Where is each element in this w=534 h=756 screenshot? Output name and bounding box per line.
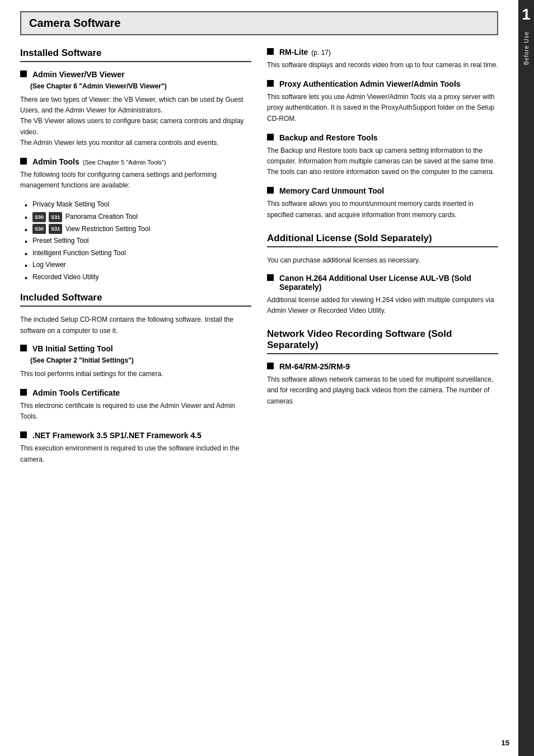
admin-tools-note: (See Chapter 5 "Admin Tools") [83, 159, 166, 166]
vb-initial-title: VB Initial Setting Tool [20, 344, 251, 353]
canon-h264-body: Additional license added for viewing H.2… [267, 295, 498, 316]
two-column-layout: Installed Software Admin Viewer/VB Viewe… [20, 48, 498, 474]
admin-viewer-subtitle: (See Chapter 6 "Admin Viewer/VB Viewer") [30, 82, 251, 90]
side-tab: 1 Before Use [518, 0, 534, 756]
chapter-label: Before Use [523, 31, 530, 65]
list-item: Recorded Video Utility [25, 271, 251, 284]
bullet-icon [20, 431, 27, 438]
included-software-section: Included Software The included Setup CD-… [20, 292, 251, 464]
proxy-auth-title: Proxy Authentication Admin Viewer/Admin … [267, 79, 498, 88]
badge-s31: S31 [49, 212, 62, 222]
admin-cert-subsection: Admin Tools Certificate This electronic … [20, 388, 251, 422]
admin-viewer-subsection: Admin Viewer/VB Viewer (See Chapter 6 "A… [20, 70, 251, 148]
bullet-icon [20, 345, 27, 351]
chapter-number: 1 [522, 7, 531, 22]
additional-license-section: Additional License (Sold Separately) You… [267, 233, 498, 317]
bullet-icon [267, 134, 274, 140]
memory-card-body: This software allows you to mount/unmoun… [267, 199, 498, 220]
installed-software-title: Installed Software [20, 48, 251, 62]
dotnet-title: .NET Framework 3.5 SP1/.NET Framework 4.… [20, 431, 251, 440]
backup-restore-body: The Backup and Restore tools back up cam… [267, 145, 498, 178]
vb-initial-subsection: VB Initial Setting Tool (See Chapter 2 "… [20, 344, 251, 379]
admin-tools-body: The following tools for configuring came… [20, 170, 251, 191]
additional-license-title: Additional License (Sold Separately) [267, 233, 498, 247]
bullet-icon [267, 48, 274, 55]
admin-tools-title: Admin Tools (See Chapter 5 "Admin Tools"… [20, 157, 251, 166]
badge-s31: S31 [49, 224, 62, 234]
page-number: 15 [502, 739, 509, 747]
bullet-icon [267, 274, 274, 281]
proxy-auth-subsection: Proxy Authentication Admin Viewer/Admin … [267, 79, 498, 124]
installed-software-section: Installed Software Admin Viewer/VB Viewe… [20, 48, 251, 283]
backup-restore-title: Backup and Restore Tools [267, 133, 498, 142]
right-column: RM-Lite (p. 17) This software displays a… [267, 48, 498, 474]
dotnet-subsection: .NET Framework 3.5 SP1/.NET Framework 4.… [20, 431, 251, 464]
bullet-icon [20, 158, 27, 165]
bullet-icon [267, 80, 274, 87]
admin-cert-title: Admin Tools Certificate [20, 388, 251, 397]
list-item: Privacy Mask Setting Tool [25, 199, 251, 211]
list-item: S30 S31 Panorama Creation Tool [25, 211, 251, 223]
admin-cert-body: This electronic certificate is required … [20, 401, 251, 422]
list-item: S30 S31 View Restriction Setting Tool [25, 223, 251, 236]
bullet-icon [20, 389, 27, 396]
admin-tools-subsection: Admin Tools (See Chapter 5 "Admin Tools"… [20, 157, 251, 284]
bullet-icon [267, 363, 274, 369]
list-item: Intelligent Function Setting Tool [25, 247, 251, 260]
list-item: Preset Setting Tool [25, 235, 251, 247]
rm64-subsection: RM-64/RM-25/RM-9 This software allows ne… [267, 362, 498, 407]
rm-lite-body: This software displays and records video… [267, 60, 498, 71]
rm64-title: RM-64/RM-25/RM-9 [267, 362, 498, 371]
included-software-title: Included Software [20, 292, 251, 307]
rm-lite-note: (p. 17) [311, 49, 331, 57]
badge-s30: S30 [32, 224, 46, 234]
list-item: Log Viewer [25, 259, 251, 271]
dotnet-body: This execution environment is required t… [20, 443, 251, 464]
rm64-body: This software allows network cameras to … [267, 374, 498, 407]
additional-license-body: You can purchase additional licenses as … [267, 255, 498, 266]
vb-initial-subtitle: (See Chapter 2 "Initial Settings") [30, 356, 251, 364]
admin-viewer-body1: There are two types of Viewer: the VB Vi… [20, 95, 251, 148]
page-container: 1 Before Use Camera Software Installed S… [0, 0, 534, 756]
canon-h264-title: Canon H.264 Additional User License AUL-… [267, 274, 498, 292]
page-title: Camera Software [29, 17, 120, 29]
rm-lite-title: RM-Lite (p. 17) [267, 48, 498, 57]
bullet-icon [20, 71, 27, 77]
memory-card-title: Memory Card Unmount Tool [267, 186, 498, 195]
vb-initial-body: This tool performs initial settings for … [20, 369, 251, 379]
included-software-body: The included Setup CD-ROM contains the f… [20, 314, 251, 336]
page-header: Camera Software [20, 11, 498, 35]
backup-restore-subsection: Backup and Restore Tools The Backup and … [267, 133, 498, 178]
rm-lite-subsection: RM-Lite (p. 17) This software displays a… [267, 48, 498, 71]
main-content: Camera Software Installed Software Admin… [0, 0, 518, 756]
network-video-section: Network Video Recording Software (Sold S… [267, 328, 498, 407]
left-column: Installed Software Admin Viewer/VB Viewe… [20, 48, 251, 474]
network-video-title: Network Video Recording Software (Sold S… [267, 328, 498, 354]
badge-s30: S30 [32, 212, 46, 222]
memory-card-subsection: Memory Card Unmount Tool This software a… [267, 186, 498, 220]
admin-tools-list: Privacy Mask Setting Tool S30 S31 Panora… [25, 199, 251, 283]
bullet-icon [267, 187, 274, 194]
proxy-auth-body: This software lets you use Admin Viewer/… [267, 92, 498, 124]
canon-h264-subsection: Canon H.264 Additional User License AUL-… [267, 274, 498, 316]
admin-viewer-title: Admin Viewer/VB Viewer [20, 70, 251, 79]
